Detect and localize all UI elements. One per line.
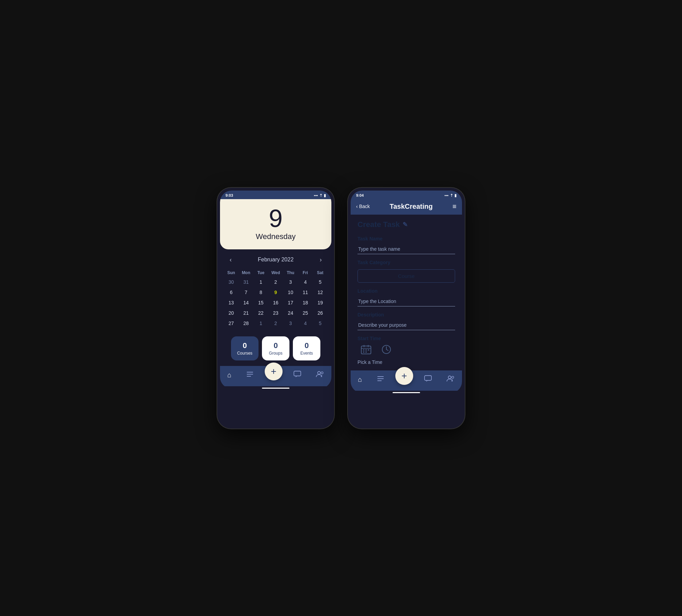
courses-count: 0 — [236, 341, 253, 350]
cal-day[interactable]: 31 — [239, 277, 253, 287]
cal-day[interactable]: 19 — [313, 298, 327, 307]
cal-day[interactable]: 23 — [268, 308, 283, 318]
groups-count: 0 — [267, 341, 284, 350]
location-input[interactable] — [358, 296, 455, 306]
pick-time-label: Pick a Time — [358, 359, 455, 365]
cal-day[interactable]: 1 — [254, 318, 268, 328]
svg-point-22 — [448, 376, 451, 379]
groups-label: Groups — [267, 351, 284, 356]
cal-day[interactable]: 10 — [284, 288, 298, 297]
tasks-nav-button-2[interactable] — [373, 374, 388, 385]
cal-header-sat: Sat — [313, 269, 327, 277]
cal-day[interactable]: 12 — [313, 288, 327, 297]
phone1-body: 9 Wednesday ‹ February 2022 › Sun Mon Tu… — [220, 199, 331, 389]
cal-day[interactable]: 30 — [224, 277, 238, 287]
phone-task-creating: 9:04 ▪▪▪ ⇡ ▮ ‹ Back TaskCreating ≡ Creat… — [348, 188, 465, 429]
cal-day[interactable]: 22 — [254, 308, 268, 318]
tasks-nav-button[interactable] — [243, 370, 257, 380]
cal-day[interactable]: 13 — [224, 298, 238, 307]
courses-label: Courses — [236, 351, 253, 356]
svg-point-4 — [318, 371, 320, 374]
description-input[interactable] — [358, 320, 455, 330]
cal-day[interactable]: 17 — [284, 298, 298, 307]
cal-day[interactable]: 7 — [239, 288, 253, 297]
task-name-input[interactable] — [358, 244, 455, 254]
add-fab-button[interactable]: + — [265, 363, 283, 380]
cal-day[interactable]: 1 — [254, 277, 268, 287]
bottom-nav-2: ⌂ + — [351, 370, 462, 391]
cal-day[interactable]: 2 — [268, 277, 283, 287]
back-label: Back — [359, 204, 370, 209]
cal-day[interactable]: 24 — [284, 308, 298, 318]
back-button[interactable]: ‹ Back — [356, 204, 370, 209]
cal-day[interactable]: 15 — [254, 298, 268, 307]
cal-day[interactable]: 25 — [298, 308, 312, 318]
next-month-button[interactable]: › — [317, 255, 324, 265]
battery-icon-2: ▮ — [454, 193, 456, 198]
chat-nav-button[interactable] — [290, 369, 305, 381]
cal-day[interactable]: 3 — [284, 277, 298, 287]
cal-day[interactable]: 5 — [313, 318, 327, 328]
cal-day[interactable]: 26 — [313, 308, 327, 318]
home-nav-button-2[interactable]: ⌂ — [354, 374, 365, 385]
cal-day[interactable]: 4 — [298, 318, 312, 328]
cal-day[interactable]: 11 — [298, 288, 312, 297]
clock-icon[interactable] — [382, 345, 391, 357]
cal-day[interactable]: 4 — [298, 277, 312, 287]
cal-day[interactable]: 18 — [298, 298, 312, 307]
location-label: Location — [358, 288, 455, 294]
cal-header-tue: Tue — [254, 269, 268, 277]
cal-day[interactable]: 21 — [239, 308, 253, 318]
cal-day[interactable]: 27 — [224, 318, 238, 328]
cal-header-wed: Wed — [268, 269, 283, 277]
status-time-2: 9:04 — [356, 193, 364, 197]
status-icons-1: ▪▪▪ ⇡ ▮ — [314, 193, 326, 198]
cal-day[interactable]: 14 — [239, 298, 253, 307]
cal-header-thu: Thu — [284, 269, 298, 277]
status-time-1: 9:03 — [226, 193, 233, 197]
home-indicator — [262, 388, 289, 389]
svg-line-17 — [386, 349, 388, 350]
cal-day[interactable]: 3 — [284, 318, 298, 328]
stat-courses[interactable]: 0 Courses — [231, 336, 258, 360]
status-icons-2: ▪▪▪ ⇡ ▮ — [444, 193, 456, 198]
prev-month-button[interactable]: ‹ — [227, 255, 234, 265]
calendar-month: February 2022 — [258, 257, 294, 263]
stat-events[interactable]: 0 Events — [293, 336, 320, 360]
cal-day[interactable]: 8 — [254, 288, 268, 297]
home-nav-button[interactable]: ⌂ — [224, 370, 235, 380]
chat-nav-button-2[interactable] — [421, 374, 435, 385]
menu-button[interactable]: ≡ — [452, 203, 456, 210]
cal-day[interactable]: 5 — [313, 277, 327, 287]
wifi-icon: ⇡ — [319, 193, 322, 198]
svg-point-5 — [321, 372, 323, 374]
calendar-nav: ‹ February 2022 › — [224, 255, 327, 265]
task-name-label: Task Name — [358, 236, 455, 241]
app-title: TaskCreating — [389, 203, 432, 210]
calendar-icon[interactable] — [361, 345, 371, 357]
cal-day[interactable]: 28 — [239, 318, 253, 328]
add-fab-button-2[interactable]: + — [395, 367, 413, 385]
svg-rect-3 — [294, 371, 301, 376]
date-number: 9 — [226, 206, 326, 231]
cal-day[interactable]: 16 — [268, 298, 283, 307]
cal-day[interactable]: 20 — [224, 308, 238, 318]
category-button[interactable]: Course — [358, 269, 455, 283]
time-icons — [358, 345, 455, 357]
stat-groups[interactable]: 0 Groups — [262, 336, 289, 360]
back-chevron-icon: ‹ — [356, 204, 358, 209]
people-nav-button[interactable] — [312, 369, 328, 381]
cal-header-mon: Mon — [239, 269, 253, 277]
cal-day[interactable]: 6 — [224, 288, 238, 297]
description-label: Description — [358, 312, 455, 317]
people-nav-button-2[interactable] — [443, 374, 458, 385]
wifi-icon-2: ⇡ — [450, 193, 453, 198]
status-bar-1: 9:03 ▪▪▪ ⇡ ▮ — [220, 191, 331, 199]
start-time-label: Start Time — [358, 336, 455, 341]
cal-day[interactable]: 2 — [268, 318, 283, 328]
battery-icon: ▮ — [324, 193, 326, 198]
app-header: ‹ Back TaskCreating ≡ — [351, 199, 462, 215]
svg-rect-10 — [363, 349, 364, 350]
calendar-grid: Sun Mon Tue Wed Thu Fri Sat 30 31 1 2 3 … — [224, 269, 327, 328]
cal-day-today[interactable]: 9 — [268, 288, 283, 297]
